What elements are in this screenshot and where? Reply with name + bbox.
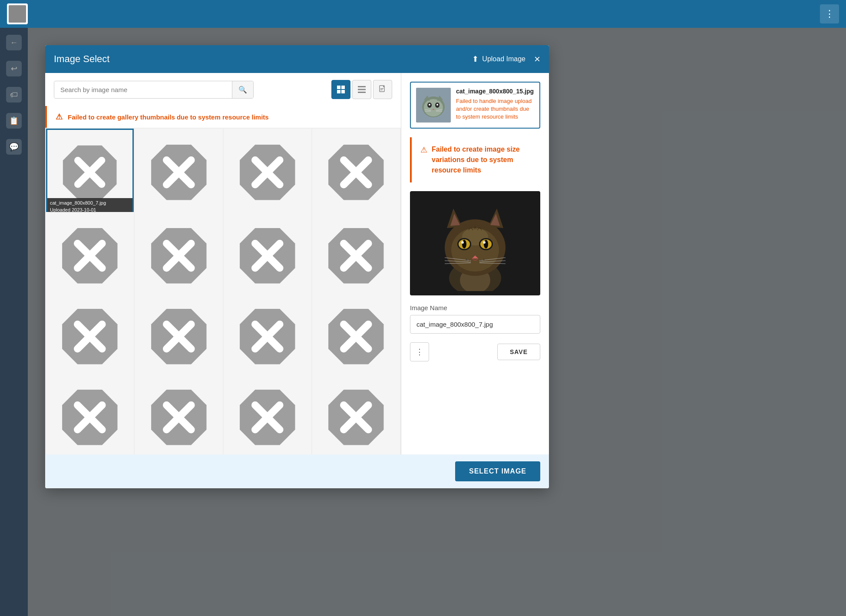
svg-point-86 (462, 240, 466, 248)
grid-view-button[interactable] (331, 80, 350, 99)
error-thumbnail (325, 306, 387, 368)
right-panel: cat_image_800x800_15.jpg Failed to handl… (401, 73, 549, 454)
error-thumbnail (148, 387, 210, 448)
sidebar-chat-icon[interactable]: 💬 (6, 139, 22, 155)
upload-label: Upload Image (482, 55, 525, 63)
left-panel: 🔍 (45, 73, 401, 454)
error-thumbnail (59, 306, 121, 368)
gallery-item[interactable] (135, 212, 222, 300)
gallery-item[interactable] (312, 212, 400, 300)
gallery-item[interactable] (46, 293, 134, 381)
svg-rect-6 (358, 92, 366, 93)
cat-image-preview (410, 191, 540, 295)
svg-rect-3 (341, 90, 345, 93)
upload-filename: cat_image_800x800_15.jpg (456, 88, 534, 95)
image-name-input[interactable] (410, 315, 540, 334)
upload-preview-card: cat_image_800x800_15.jpg Failed to handl… (410, 82, 540, 129)
error-thumbnail (325, 225, 387, 287)
modal-header: Image Select ⬆ Upload Image × (45, 45, 549, 73)
gallery-item[interactable] (224, 293, 311, 381)
error-thumbnail (59, 387, 121, 448)
warning-icon: ⚠ (56, 112, 63, 122)
search-input[interactable] (54, 82, 232, 98)
sidebar-undo-icon[interactable]: ↩ (6, 61, 22, 76)
sidebar: ← ↩ 🏷 📋 💬 (0, 28, 28, 616)
svg-rect-4 (358, 86, 366, 87)
error-thumbnail (59, 225, 121, 287)
size-error-text: Failed to create image size variations d… (432, 144, 532, 176)
gallery-error-message: Failed to create gallery thumbnails due … (68, 113, 269, 121)
search-input-wrap: 🔍 (54, 81, 254, 99)
more-options-button[interactable]: ⋮ (410, 342, 429, 361)
upload-icon: ⬆ (472, 54, 479, 64)
gallery-item[interactable] (135, 374, 222, 454)
sidebar-back-icon[interactable]: ← (6, 35, 22, 50)
svg-rect-8 (380, 88, 383, 89)
select-image-button[interactable]: SELECT IMAGE (455, 461, 540, 481)
gallery-item[interactable] (312, 293, 400, 381)
svg-point-88 (461, 241, 464, 244)
app-logo (7, 3, 28, 24)
upload-image-button[interactable]: ⬆ Upload Image (472, 54, 525, 64)
error-thumbnail (325, 142, 387, 203)
more-options-icon: ⋮ (416, 347, 423, 357)
svg-point-87 (484, 240, 488, 248)
menu-icon[interactable]: ⋮ (820, 4, 839, 23)
save-button[interactable]: SAVE (497, 344, 540, 360)
size-variation-error: ⚠ Failed to create image size variations… (410, 137, 540, 182)
top-bar: ⋮ (0, 0, 846, 28)
modal-close-button[interactable]: × (534, 54, 540, 64)
svg-rect-9 (380, 89, 383, 90)
upload-thumbnail (416, 88, 451, 123)
upload-error-message: Failed to handle image upload and/or cre… (456, 97, 534, 121)
gallery-item[interactable] (312, 129, 400, 216)
error-thumbnail (237, 142, 298, 203)
upload-info: cat_image_800x800_15.jpg Failed to handl… (456, 88, 534, 121)
modal-footer: SELECT IMAGE (45, 454, 549, 488)
svg-point-89 (483, 241, 486, 244)
image-select-modal: Image Select ⬆ Upload Image × 🔍 (45, 45, 549, 488)
search-bar: 🔍 (45, 73, 401, 106)
grid-icon (337, 85, 345, 94)
search-button[interactable]: 🔍 (232, 81, 253, 98)
gallery-item[interactable] (224, 212, 311, 300)
error-thumbnail (60, 142, 119, 202)
modal-title: Image Select (54, 53, 472, 65)
svg-rect-5 (358, 89, 366, 90)
gallery-item[interactable] (224, 129, 311, 216)
list-icon (357, 85, 366, 94)
modal-body: 🔍 (45, 73, 549, 454)
gallery-grid: cat_image_800x800_7.jpg Uploaded 2023-10… (45, 128, 401, 454)
svg-rect-0 (337, 86, 340, 89)
gallery-item[interactable] (46, 374, 134, 454)
gallery-item[interactable] (135, 129, 222, 216)
modal-overlay: Image Select ⬆ Upload Image × 🔍 (28, 28, 846, 616)
action-row: ⋮ SAVE (410, 342, 540, 361)
error-thumbnail (237, 306, 298, 368)
view-toggle (331, 80, 392, 99)
file-icon (378, 85, 387, 94)
error-thumbnail (148, 225, 210, 287)
svg-point-64 (436, 104, 438, 106)
size-error-warning-icon: ⚠ (420, 145, 427, 155)
list-view-button[interactable] (352, 80, 371, 99)
sidebar-tag-icon[interactable]: 🏷 (6, 87, 22, 103)
error-thumbnail (237, 387, 298, 448)
file-view-button[interactable] (373, 80, 392, 99)
error-thumbnail (148, 142, 210, 203)
gallery-item[interactable] (224, 374, 311, 454)
svg-rect-2 (337, 90, 340, 93)
gallery-item[interactable]: cat_image_800x800_7.jpg Uploaded 2023-10… (46, 129, 134, 216)
svg-point-60 (424, 99, 443, 116)
error-thumbnail (237, 225, 298, 287)
cat-preview-svg (423, 195, 527, 291)
gallery-filename: cat_image_800x800_7.jpg (50, 200, 130, 206)
gallery-item[interactable] (135, 293, 222, 381)
sidebar-clipboard-icon[interactable]: 📋 (6, 113, 22, 129)
error-thumbnail (148, 306, 210, 368)
gallery-item[interactable] (46, 212, 134, 300)
error-thumbnail (325, 387, 387, 448)
gallery-item[interactable] (312, 374, 400, 454)
svg-rect-1 (341, 86, 345, 89)
image-name-label: Image Name (410, 304, 540, 311)
